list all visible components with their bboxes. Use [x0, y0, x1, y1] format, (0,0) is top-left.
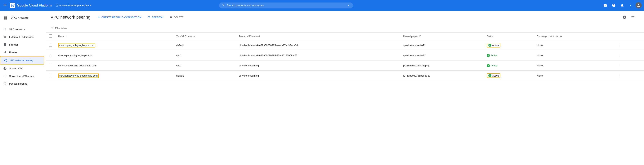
row-peered-vpc-cell: cloud-sql-network-622900080485-fea4a17ec… [236, 40, 400, 50]
sidebar-item-label: Routes [9, 51, 17, 54]
row-peered-project: speckle-umbrella-22 [403, 54, 426, 57]
table-header-row: Name ↑ Your VPC network Peered VPC netwo… [46, 32, 644, 40]
delete-button[interactable]: DELETE [167, 14, 186, 20]
row-status-cell: Active [484, 40, 534, 50]
row-status-cell: Active [484, 50, 534, 60]
packet-mirroring-icon [3, 82, 7, 86]
status-badge: Active [487, 64, 497, 67]
header-actions: CREATE PEERING CONNECTION REFRESH DELETE [95, 14, 186, 20]
main-panel: VPC network peering CREATE PEERING CONNE… [46, 11, 644, 165]
header-name[interactable]: Name ↑ [55, 32, 173, 40]
row-exchange-routes-cell: None [534, 50, 613, 60]
sidebar-item-vpc-networks[interactable]: VPC networks [0, 26, 44, 33]
table-row: servicenetworking-googleapis-com vpc1 se… [46, 60, 644, 71]
menu-icon[interactable] [2, 2, 8, 8]
create-peering-button[interactable]: CREATE PEERING CONNECTION [95, 14, 144, 20]
row-checkbox[interactable] [49, 44, 52, 47]
row-exchange-routes: None [537, 54, 543, 57]
row-peered-project: speckle-umbrella-22 [403, 44, 426, 47]
status-text: Active [492, 44, 499, 47]
header-status: Status [484, 32, 534, 40]
row-peered-project-cell: f0760ba0c83e6b3ebp-tp [400, 71, 484, 81]
status-badge-highlighted: Active [487, 73, 500, 78]
header-exchange-routes: Exchange custom routes [534, 32, 613, 40]
email-button[interactable] [602, 2, 609, 9]
sidebar-item-label: Firewall [9, 43, 18, 46]
refresh-button[interactable]: REFRESH [145, 14, 166, 20]
table-row: cloudsql-mysql-googleapis-com default cl… [46, 40, 644, 50]
columns-button[interactable] [630, 14, 636, 21]
status-badge-highlighted: Active [487, 43, 500, 48]
header-actions-col [613, 32, 644, 40]
serverless-vpc-icon [3, 74, 7, 78]
row-peered-project-cell: pf288b6bec26f47a2p-tp [400, 60, 484, 71]
row-your-vpc: default [176, 74, 184, 77]
table-row: servicenetworking-googleapis-com default… [46, 71, 644, 81]
table-row: cloudsql-mysql-googleapis-com vpc1 cloud… [46, 50, 644, 60]
row-peered-vpc-cell: servicenetworking [236, 60, 400, 71]
search-bar[interactable]: ▼ [219, 2, 353, 8]
row-more-options-cell: ⋮ [613, 60, 644, 71]
project-selector[interactable]: unravel-marketplace-dev ▼ [54, 3, 94, 8]
peering-table: Name ↑ Your VPC network Peered VPC netwo… [46, 32, 644, 81]
avatar[interactable] [636, 2, 642, 8]
vpc-peering-icon [4, 58, 7, 62]
row-status-cell: Active [484, 60, 534, 71]
refresh-button-label: REFRESH [152, 16, 164, 19]
table-actions-right [621, 14, 640, 21]
status-dot [488, 44, 492, 47]
app-logo: Google Cloud Platform [10, 3, 52, 8]
row-checkbox[interactable] [49, 74, 52, 77]
table-wrapper: Name ↑ Your VPC network Peered VPC netwo… [46, 32, 644, 81]
filter-input[interactable] [55, 27, 640, 30]
more-button[interactable]: ⋮ [627, 2, 634, 9]
header-checkbox-col [46, 32, 55, 40]
sidebar-item-routes[interactable]: Routes [0, 48, 44, 56]
filter-icon [50, 26, 54, 30]
status-dot [487, 64, 490, 67]
row-peered-vpc: servicenetworking [239, 74, 259, 77]
sidebar-item-serverless-vpc[interactable]: Serverless VPC access [0, 72, 44, 80]
row-more-options-button[interactable]: ⋮ [616, 42, 622, 48]
row-name-cell: cloudsql-mysql-googleapis-com [55, 40, 173, 50]
row-more-options-button[interactable]: ⋮ [616, 52, 622, 58]
sidebar-item-packet-mirroring[interactable]: Packet mirroring [0, 80, 44, 88]
project-dropdown-icon: ▼ [90, 4, 92, 7]
page-header: VPC network peering CREATE PEERING CONNE… [46, 11, 644, 24]
row-checkbox[interactable] [49, 64, 52, 67]
row-exchange-routes-cell: None [534, 71, 613, 81]
search-input[interactable] [227, 4, 346, 7]
main-layout: VPC network VPC networks External IP add… [0, 11, 644, 165]
row-name: servicenetworking-googleapis-com [58, 64, 96, 67]
topbar-actions: ⋮ [602, 2, 642, 9]
row-checkbox-cell [46, 60, 55, 71]
sidebar-item-shared-vpc[interactable]: Shared VPC [0, 64, 44, 72]
row-exchange-routes-cell: None [534, 60, 613, 71]
create-button-label: CREATE PEERING CONNECTION [102, 16, 141, 19]
sort-asc-icon: ↑ [65, 35, 66, 38]
sidebar-item-external-ip[interactable]: External IP addresses [0, 33, 44, 41]
sidebar: VPC network VPC networks External IP add… [0, 11, 46, 165]
row-checkbox-cell [46, 40, 55, 50]
row-peered-vpc: cloud-sql-network-622900080485-fea4a17ec… [239, 44, 298, 47]
search-dropdown-icon[interactable]: ▼ [348, 4, 350, 7]
row-more-options-cell: ⋮ [613, 50, 644, 60]
notifications-button[interactable] [619, 2, 626, 9]
row-checkbox[interactable] [49, 54, 52, 57]
select-all-checkbox[interactable] [49, 34, 52, 38]
row-more-options-button[interactable]: ⋮ [616, 72, 622, 79]
row-your-vpc-cell: default [173, 71, 236, 81]
logo-icon [10, 3, 15, 8]
help-table-button[interactable] [621, 14, 628, 21]
sidebar-item-firewall[interactable]: Firewall [0, 41, 44, 48]
row-name: cloudsql-mysql-googleapis-com [58, 54, 93, 57]
row-name-cell: servicenetworking-googleapis-com [55, 71, 173, 81]
filter-bar [46, 24, 644, 32]
row-status-cell: Active [484, 71, 534, 81]
row-your-vpc: default [176, 44, 184, 47]
help-button[interactable] [610, 2, 617, 9]
row-peered-vpc: cloud-sql-network-622900080485-45fe86172… [239, 54, 298, 57]
external-ip-icon [3, 35, 7, 39]
sidebar-item-vpc-peering[interactable]: VPC network peering [0, 56, 44, 64]
row-more-options-button[interactable]: ⋮ [616, 62, 622, 68]
